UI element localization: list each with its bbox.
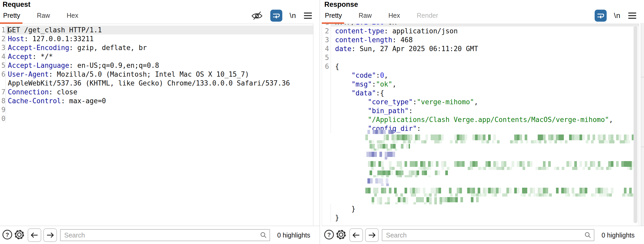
code-row: 5 <box>322 53 639 62</box>
request-tab-raw[interactable]: Raw <box>34 12 53 19</box>
word-wrap-toggle-icon[interactable] <box>595 10 607 22</box>
newline-toggle-icon[interactable]: \n <box>614 11 620 20</box>
next-match-button[interactable] <box>43 228 57 242</box>
redacted-row <box>365 188 639 193</box>
response-editor-toolbar: \n <box>595 7 637 24</box>
response-search-field <box>382 229 594 241</box>
redacted-row <box>369 140 630 143</box>
line-number: 6 <box>0 70 6 79</box>
line-number: 2 <box>0 34 6 43</box>
redacted-row <box>372 202 450 204</box>
code-row: 6User-Agent: Mozilla/5.0 (Macintosh; Int… <box>0 70 313 79</box>
line-number: 0 <box>0 114 6 123</box>
code-row: "data":{ <box>322 89 639 97</box>
line-number <box>322 204 331 213</box>
newline-toggle-icon[interactable]: \n <box>290 11 296 20</box>
help-icon[interactable]: ? <box>2 229 13 240</box>
redacted-row <box>371 175 433 177</box>
response-tab-raw[interactable]: Raw <box>355 12 375 19</box>
request-tab-hex[interactable]: Hex <box>63 12 81 19</box>
gear-icon[interactable] <box>14 229 25 240</box>
request-code: 1GET /get_clash HTTP/1.12Host: 127.0.0.1… <box>0 24 313 123</box>
window-edge <box>641 23 644 226</box>
code-row: 5Accept-Language: en-US;q=0.9,en;q=0.8 <box>0 61 313 70</box>
code-row: "msg":"ok", <box>322 80 639 89</box>
response-pane: Response Pretty Raw Hex Render \n <box>322 0 644 244</box>
gear-icon[interactable] <box>335 229 347 240</box>
help-icon[interactable]: ? <box>323 229 335 240</box>
code-row: "core_type":"verge-mihomo", <box>322 97 639 106</box>
line-number <box>322 115 331 124</box>
request-tab-bar: Pretty Raw Hex <box>0 7 320 24</box>
search-icon <box>584 232 591 240</box>
response-editor[interactable]: 1HTTP/1.1 200 OK2content-type: applicati… <box>322 24 639 226</box>
line-number <box>322 213 331 222</box>
request-search-bar: ? <box>0 226 320 244</box>
line-number <box>322 89 331 97</box>
code-row: AppleWebKit/537.36 (KHTML, like Gecko) C… <box>0 79 313 88</box>
code-row: "code":0, <box>322 71 639 80</box>
code-row: 6{ <box>322 62 639 71</box>
redacted-row <box>366 197 479 202</box>
line-number: 4 <box>322 44 331 53</box>
redacted-row <box>371 184 389 186</box>
line-number: 6 <box>322 62 331 71</box>
pane-divider[interactable] <box>320 0 320 244</box>
response-code: 1HTTP/1.1 200 OK2content-type: applicati… <box>322 24 639 222</box>
redacted-row <box>367 170 448 175</box>
line-number: 8 <box>0 96 6 105</box>
code-row: 1GET /get_clash HTTP/1.1 <box>0 26 313 34</box>
highlights-count: 0 highlights <box>277 226 310 244</box>
search-input[interactable] <box>382 229 594 241</box>
redacted-row <box>372 157 396 160</box>
previous-match-button[interactable] <box>349 228 363 242</box>
response-tab-bar: Pretty Raw Hex Render \n <box>322 7 644 24</box>
redacted-row <box>367 144 410 149</box>
hide-eye-icon[interactable] <box>251 10 263 21</box>
code-row: 2Host: 127.0.0.1:33211 <box>0 34 313 43</box>
redacted-row <box>365 161 638 167</box>
request-tab-pretty[interactable]: Pretty <box>0 12 23 19</box>
redacted-row <box>371 149 402 151</box>
code-row: 9 <box>0 105 313 114</box>
response-search-bar: ? <box>322 226 644 244</box>
request-editor[interactable]: 1GET /get_clash HTTP/1.12Host: 127.0.0.1… <box>0 24 313 226</box>
svg-text:?: ? <box>5 231 9 238</box>
line-number: 9 <box>0 105 6 114</box>
word-wrap-toggle-icon[interactable] <box>270 10 282 22</box>
redacted-row <box>365 178 391 184</box>
search-input[interactable] <box>60 229 270 241</box>
line-number <box>322 80 331 89</box>
line-number <box>322 71 331 80</box>
line-number <box>322 124 331 133</box>
line-number <box>322 106 331 115</box>
line-number: 5 <box>0 61 6 70</box>
line-number: 4 <box>0 52 6 61</box>
code-row: } <box>322 204 639 213</box>
line-number: 3 <box>322 35 331 44</box>
code-row: 4date: Sun, 27 Apr 2025 06:11:20 GMT <box>322 44 639 53</box>
request-pane: Request Pretty Raw Hex <box>0 0 320 244</box>
next-match-button[interactable] <box>365 228 379 242</box>
redacted-row <box>367 130 394 134</box>
code-row: 3content-length: 468 <box>322 35 639 44</box>
redacted-row <box>366 152 396 157</box>
menu-icon[interactable] <box>628 12 637 19</box>
highlights-count: 0 highlights <box>602 226 635 244</box>
menu-icon[interactable] <box>303 12 312 19</box>
code-row: "/Applications/Clash Verge.app/Contents/… <box>322 115 639 124</box>
code-row: "bin_path": <box>322 106 639 115</box>
line-number: 1 <box>322 24 331 27</box>
response-tab-hex[interactable]: Hex <box>385 12 403 19</box>
response-tab-pretty[interactable]: Pretty <box>322 12 345 19</box>
previous-match-button[interactable] <box>28 228 41 242</box>
line-number <box>322 97 331 106</box>
request-editor-toolbar: \n <box>251 7 312 24</box>
code-row: 3Accept-Encoding: gzip, deflate, br <box>0 43 313 52</box>
code-row: 4Accept: */* <box>0 52 313 61</box>
scrollbar-thumb[interactable] <box>634 26 637 223</box>
redacted-row <box>365 135 637 140</box>
response-tab-render[interactable]: Render <box>414 12 441 19</box>
line-number: 5 <box>322 53 331 62</box>
code-row: 0 <box>0 114 313 123</box>
